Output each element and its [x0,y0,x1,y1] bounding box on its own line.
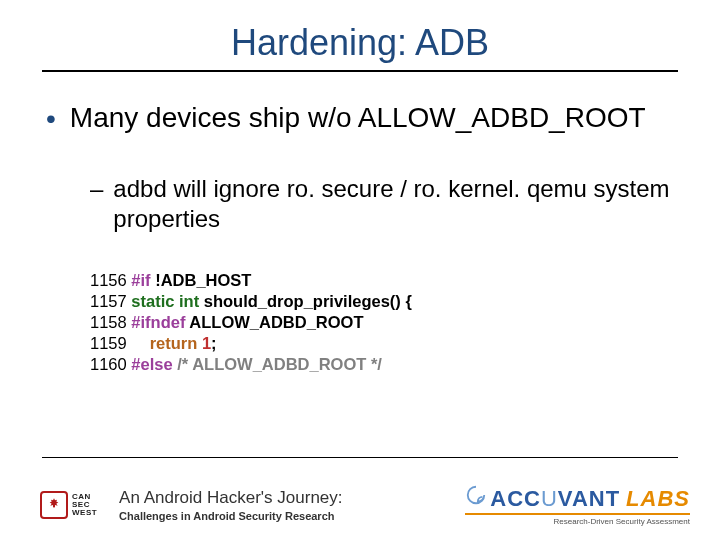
maple-leaf-icon [40,491,68,519]
footer-rule [42,457,678,458]
code-line-3: 1158 #ifndef ALLOW_ADBD_ROOT [90,312,678,333]
footer-subtitle: Challenges in Android Security Research [119,510,465,522]
footer-title: An Android Hacker's Journey: [119,488,465,508]
bullet-dot-icon: • [46,102,56,136]
footer-left: CAN SEC WEST [40,491,97,519]
bullet-l2-text: adbd will ignore ro. secure / ro. kernel… [113,174,678,234]
code-block: 1156 #if !ADB_HOST 1157 static int shoul… [90,270,678,376]
cansecwest-logo: CAN SEC WEST [40,491,97,519]
accuvant-word: ACCUVANT [490,486,620,512]
footer: CAN SEC WEST An Android Hacker's Journey… [0,472,720,540]
bullet-dash-icon: – [90,174,103,204]
slide-title: Hardening: ADB [42,22,678,70]
bullet-level-1: • Many devices ship w/o ALLOW_ADBD_ROOT [46,102,678,136]
labs-word: LABS [626,486,690,512]
conf-line-3: WEST [72,509,97,517]
code-line-4: 1159 return 1; [90,333,678,354]
title-rule [42,70,678,72]
code-line-5: 1160 #else /* ALLOW_ADBD_ROOT */ [90,354,678,375]
accuvant-tagline: Research-Driven Security Assessment [465,513,690,526]
code-line-1: 1156 #if !ADB_HOST [90,270,678,291]
code-line-2: 1157 static int should_drop_privileges()… [90,291,678,312]
bullet-l1-text: Many devices ship w/o ALLOW_ADBD_ROOT [70,102,646,134]
accuvant-logo: ACCUVANT LABS Research-Driven Security A… [465,484,690,526]
bullet-level-2: – adbd will ignore ro. secure / ro. kern… [90,174,678,234]
swirl-icon [465,484,487,506]
footer-mid: An Android Hacker's Journey: Challenges … [97,488,465,522]
